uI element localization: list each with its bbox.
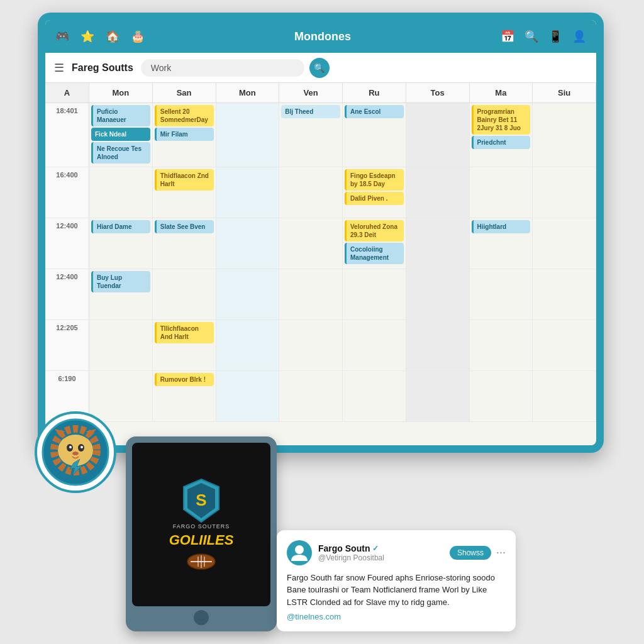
cal-cell[interactable] — [470, 167, 533, 218]
cal-cell[interactable] — [533, 269, 596, 319]
cal-cell[interactable]: Buy Lup Tuendar — [89, 269, 153, 319]
cal-cell[interactable] — [216, 103, 280, 167]
cal-cell[interactable] — [343, 371, 406, 421]
star-icon[interactable]: ⭐ — [80, 30, 94, 43]
cal-cell[interactable] — [216, 320, 280, 370]
cal-cell[interactable]: Rumovor Blrk ! — [153, 371, 216, 421]
cal-cell[interactable] — [533, 218, 596, 269]
cal-cell[interactable] — [470, 269, 533, 319]
event-card[interactable]: Tllichflaacon And Harlt — [155, 322, 214, 343]
tablet-home-button[interactable] — [194, 610, 209, 625]
cal-cell[interactable] — [279, 167, 343, 218]
cal-cell[interactable]: Ane Escol — [343, 103, 406, 167]
cal-cell[interactable]: Hiard Dame — [89, 218, 153, 269]
cal-cell[interactable] — [279, 320, 343, 370]
cal-cell[interactable]: Tllichflaacon And Harlt — [153, 320, 216, 370]
tablet-device: S FARGO SOUTERS GOLIILES — [126, 436, 277, 631]
cal-cell[interactable]: Programrian Bainry Bet 11 2Jury 31 8 Juo… — [470, 103, 533, 167]
event-card[interactable]: Mir Filam — [155, 128, 214, 141]
col-header-tos: Tos — [406, 83, 470, 103]
table-row: 12:205 Tllichflaacon And Harlt — [45, 320, 596, 371]
cal-cell[interactable]: Sellent 20 SomnedmerDay Mir Filam — [153, 103, 216, 167]
calendar-icon[interactable]: 📅 — [501, 30, 514, 43]
cal-cell[interactable] — [216, 371, 280, 421]
event-card[interactable]: Veloruhed Zona 29.3 Deit — [345, 220, 404, 242]
cal-cell[interactable] — [406, 167, 470, 218]
cal-cell[interactable] — [470, 371, 533, 421]
cal-cell[interactable] — [533, 103, 596, 167]
nav-bar: 🎮 ⭐ 🏠 🎂 Mondones 📅 🔍 📱 👤 — [45, 20, 596, 53]
cal-cell[interactable] — [153, 269, 216, 319]
tweet-link[interactable]: @tinelnes.com — [287, 612, 506, 621]
event-card[interactable]: Programrian Bainry Bet 11 2Jury 31 8 Juo — [472, 105, 531, 135]
cal-cell[interactable] — [533, 167, 596, 218]
cal-cell[interactable] — [216, 269, 280, 319]
cal-cell[interactable] — [406, 218, 470, 269]
cal-cell[interactable] — [406, 103, 470, 167]
event-card[interactable]: Cocoloiing Management — [345, 243, 404, 264]
cal-cell[interactable] — [89, 167, 153, 218]
tweet-user-info: Fargo Soutn ✓ @Vetirign Poositbal — [318, 543, 443, 562]
event-card[interactable]: Hiightlard — [472, 220, 531, 233]
cal-cell[interactable] — [343, 320, 406, 370]
cal-cell[interactable]: Fingo Esdeapn by 18.5 Day Dalid Piven . — [343, 167, 406, 218]
table-row: 6:190 Rumovor Blrk ! — [45, 371, 596, 422]
search-input[interactable] — [141, 59, 304, 77]
event-card[interactable]: Thidflaacon Znd Harlt — [155, 169, 214, 191]
cal-cell[interactable]: Thidflaacon Znd Harlt — [153, 167, 216, 218]
cal-cell[interactable]: Blj Theed — [279, 103, 343, 167]
event-card[interactable]: Puficio Manaeuer — [91, 105, 150, 126]
event-card[interactable]: Sellent 20 SomnedmerDay — [155, 105, 214, 126]
hamburger-icon[interactable]: ☰ — [54, 61, 64, 75]
search-area: ☰ Fareg Soutts 🔍 — [45, 53, 596, 83]
cal-cell[interactable] — [216, 218, 280, 269]
col-header-san: San — [153, 83, 216, 103]
tweet-handle: @Vetirign Poositbal — [318, 553, 443, 562]
cal-cell[interactable] — [470, 320, 533, 370]
cal-cell[interactable] — [533, 320, 596, 370]
search-button[interactable]: 🔍 — [309, 58, 330, 78]
cal-cell[interactable] — [406, 269, 470, 319]
cal-cell[interactable] — [89, 371, 153, 421]
cal-cell[interactable] — [279, 371, 343, 421]
team-name-big: GOLIILES — [169, 532, 234, 548]
cal-cell[interactable] — [89, 320, 153, 370]
cal-cell[interactable]: Veloruhed Zona 29.3 Deit Cocoloiing Mana… — [343, 218, 406, 269]
event-card[interactable]: Ne Recoue Tes Alnoed — [91, 142, 150, 164]
col-header-a: A — [45, 83, 89, 103]
event-card[interactable]: Blj Theed — [281, 105, 340, 118]
follows-button[interactable]: Showss — [450, 546, 491, 560]
more-options-icon[interactable]: ··· — [496, 546, 506, 559]
cal-cell[interactable] — [533, 371, 596, 421]
event-card[interactable]: Priedchnt — [472, 136, 531, 149]
event-card[interactable]: Buy Lup Tuendar — [91, 271, 150, 292]
cal-cell[interactable]: Puficio Manaeuer Fick Ndeal Ne Recoue Te… — [89, 103, 153, 167]
verified-badge: ✓ — [372, 544, 379, 553]
cal-cell[interactable] — [216, 167, 280, 218]
event-card[interactable]: Slate See Bven — [155, 220, 214, 233]
cal-cell[interactable]: Slate See Bven — [153, 218, 216, 269]
cal-cell[interactable] — [279, 269, 343, 319]
cal-cell[interactable] — [406, 320, 470, 370]
event-card[interactable]: Ane Escol — [345, 105, 404, 118]
event-card[interactable]: Rumovor Blrk ! — [155, 373, 214, 386]
svg-point-17 — [295, 545, 304, 554]
cal-cell[interactable] — [406, 371, 470, 421]
time-cell: 12:400 — [45, 218, 89, 269]
cal-cell[interactable] — [279, 218, 343, 269]
search-nav-icon[interactable]: 🔍 — [525, 30, 538, 43]
birthday-icon[interactable]: 🎂 — [131, 30, 145, 43]
tablet-icon[interactable]: 📱 — [548, 30, 562, 43]
game-icon[interactable]: 🎮 — [55, 30, 69, 43]
event-card[interactable]: Hiard Dame — [91, 220, 150, 233]
event-card[interactable]: Fick Ndeal — [91, 128, 150, 141]
tweet-avatar — [287, 540, 312, 565]
table-row: 12:400 Hiard Dame Slate See Bven Veloruh… — [45, 218, 596, 269]
cal-cell[interactable] — [343, 269, 406, 319]
event-card[interactable]: Dalid Piven . — [345, 192, 404, 205]
home-icon[interactable]: 🏠 — [106, 30, 119, 43]
event-card[interactable]: Fingo Esdeapn by 18.5 Day — [345, 169, 404, 191]
tweet-header: Fargo Soutn ✓ @Vetirign Poositbal Showss… — [287, 540, 506, 565]
cal-cell[interactable]: Hiightlard — [470, 218, 533, 269]
profile-icon[interactable]: 👤 — [572, 30, 586, 43]
